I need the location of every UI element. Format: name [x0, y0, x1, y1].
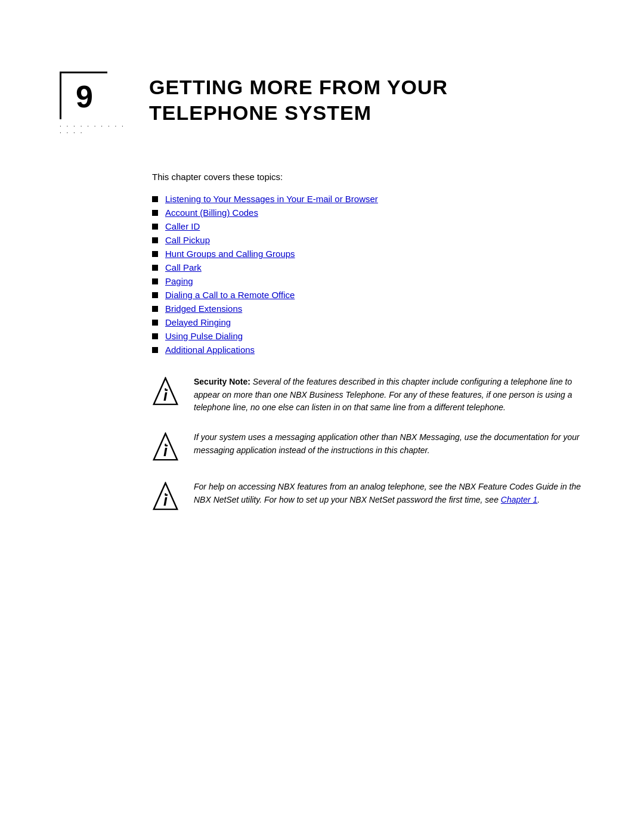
bullet-icon [152, 265, 158, 271]
toc-list: Listening to Your Messages in Your E-mai… [152, 194, 584, 355]
list-item: Bridged Extensions [152, 304, 584, 314]
info-icon-analog: i [152, 482, 183, 513]
info-icon-security: i [152, 377, 183, 408]
bullet-icon [152, 210, 158, 216]
list-item: Call Pickup [152, 235, 584, 245]
toc-link-huntgroups[interactable]: Hunt Groups and Calling Groups [165, 249, 295, 259]
bullet-icon [152, 347, 158, 353]
security-note-body: Several of the features described in thi… [194, 377, 572, 412]
security-note-box: i Security Note: Several of the features… [152, 376, 584, 414]
messaging-note-box: i If your system uses a messaging applic… [152, 431, 584, 464]
chapter-dots: · · · · · · · · · · · · · · [60, 123, 131, 136]
toc-link-additional[interactable]: Additional Applications [165, 345, 255, 355]
chapter1-link[interactable]: Chapter 1 [501, 495, 537, 504]
security-note-prefix: Security Note: [194, 377, 250, 386]
toc-link-account[interactable]: Account (Billing) Codes [165, 208, 258, 218]
toc-link-callpark[interactable]: Call Park [165, 262, 202, 272]
bullet-icon [152, 292, 158, 298]
bullet-icon [152, 306, 158, 312]
toc-link-delayed[interactable]: Delayed Ringing [165, 317, 231, 327]
info-triangle-icon-3: i [152, 482, 179, 512]
list-item: Hunt Groups and Calling Groups [152, 249, 584, 259]
bullet-icon [152, 251, 158, 257]
chapter-header: 9 · · · · · · · · · · · · · · Getting Mo… [60, 72, 584, 136]
list-item: Dialing a Call to a Remote Office [152, 290, 584, 300]
bullet-icon [152, 320, 158, 326]
messaging-note-text: If your system uses a messaging applicat… [194, 431, 584, 457]
bullet-icon [152, 333, 158, 339]
security-note-text: Security Note: Several of the features d… [194, 376, 584, 414]
toc-link-messages[interactable]: Listening to Your Messages in Your E-mai… [165, 194, 378, 204]
list-item: Account (Billing) Codes [152, 208, 584, 218]
chapter-number-box: 9 · · · · · · · · · · · · · · [60, 72, 131, 136]
intro-text: This chapter covers these topics: [152, 172, 584, 182]
list-item: Delayed Ringing [152, 317, 584, 327]
info-icon-messaging: i [152, 432, 183, 464]
toc-link-callerid[interactable]: Caller ID [165, 221, 200, 231]
page: 9 · · · · · · · · · · · · · · Getting Mo… [0, 0, 644, 833]
bullet-icon [152, 278, 158, 284]
analog-note-period: . [537, 495, 540, 504]
chapter-title-text: Getting More from Your Telephone System [149, 75, 584, 125]
list-item: Listening to Your Messages in Your E-mai… [152, 194, 584, 204]
toc-link-dialing[interactable]: Dialing a Call to a Remote Office [165, 290, 295, 300]
messaging-note-body: If your system uses a messaging applicat… [194, 432, 580, 455]
chapter-number: 9 [76, 81, 93, 112]
bullet-icon [152, 237, 158, 243]
list-item: Paging [152, 276, 584, 286]
toc-link-pulse[interactable]: Using Pulse Dialing [165, 331, 243, 341]
analog-note-box: i For help on accessing NBX features fro… [152, 481, 584, 513]
analog-note-body: For help on accessing NBX features from … [194, 482, 561, 491]
chapter-number-frame: 9 [60, 72, 107, 119]
chapter-title: Getting More from Your Telephone System [149, 72, 584, 125]
list-item: Using Pulse Dialing [152, 331, 584, 341]
list-item: Call Park [152, 262, 584, 272]
main-content: This chapter covers these topics: Listen… [152, 172, 584, 513]
list-item: Additional Applications [152, 345, 584, 355]
info-triangle-icon-2: i [152, 432, 179, 462]
toc-link-callpickup[interactable]: Call Pickup [165, 235, 210, 245]
bullet-icon [152, 224, 158, 230]
info-triangle-icon: i [152, 377, 179, 407]
toc-link-bridged[interactable]: Bridged Extensions [165, 304, 242, 314]
bullet-icon [152, 196, 158, 202]
toc-link-paging[interactable]: Paging [165, 276, 193, 286]
analog-note-text: For help on accessing NBX features from … [194, 481, 584, 506]
list-item: Caller ID [152, 221, 584, 231]
